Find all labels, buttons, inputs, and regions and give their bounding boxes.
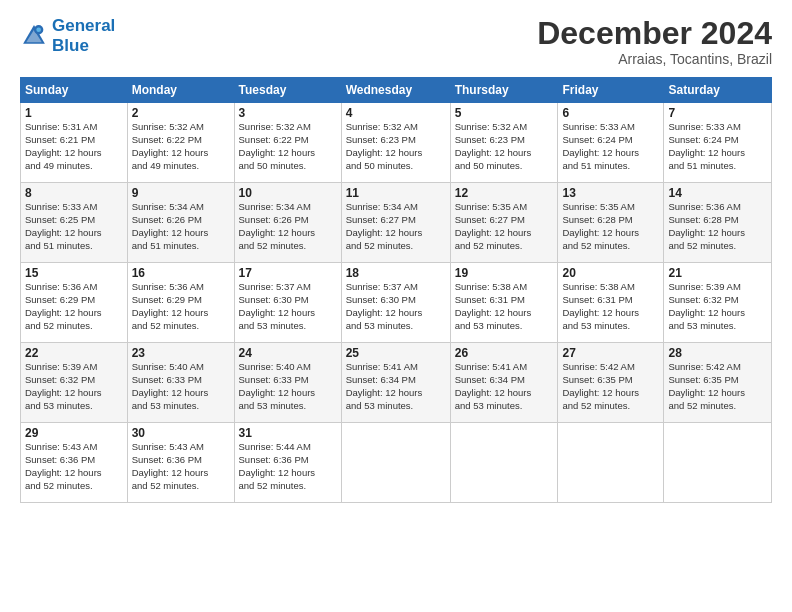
day-number: 16	[132, 266, 230, 280]
day-info: Sunrise: 5:35 AMSunset: 6:28 PMDaylight:…	[562, 201, 659, 252]
logo-icon	[20, 22, 48, 50]
day-number: 23	[132, 346, 230, 360]
day-number: 13	[562, 186, 659, 200]
calendar-cell: 4Sunrise: 5:32 AMSunset: 6:23 PMDaylight…	[341, 103, 450, 183]
day-info: Sunrise: 5:32 AMSunset: 6:22 PMDaylight:…	[239, 121, 337, 172]
calendar-cell: 20Sunrise: 5:38 AMSunset: 6:31 PMDayligh…	[558, 263, 664, 343]
day-of-week-header: Tuesday	[234, 78, 341, 103]
day-number: 17	[239, 266, 337, 280]
title-block: December 2024 Arraias, Tocantins, Brazil	[537, 16, 772, 67]
calendar-cell: 13Sunrise: 5:35 AMSunset: 6:28 PMDayligh…	[558, 183, 664, 263]
logo: General Blue	[20, 16, 115, 55]
calendar-cell	[664, 423, 772, 503]
calendar-cell: 12Sunrise: 5:35 AMSunset: 6:27 PMDayligh…	[450, 183, 558, 263]
day-number: 3	[239, 106, 337, 120]
calendar-cell: 2Sunrise: 5:32 AMSunset: 6:22 PMDaylight…	[127, 103, 234, 183]
day-info: Sunrise: 5:43 AMSunset: 6:36 PMDaylight:…	[25, 441, 123, 492]
calendar-cell: 26Sunrise: 5:41 AMSunset: 6:34 PMDayligh…	[450, 343, 558, 423]
day-info: Sunrise: 5:33 AMSunset: 6:24 PMDaylight:…	[562, 121, 659, 172]
day-info: Sunrise: 5:41 AMSunset: 6:34 PMDaylight:…	[346, 361, 446, 412]
day-number: 22	[25, 346, 123, 360]
calendar-cell	[341, 423, 450, 503]
calendar-cell: 10Sunrise: 5:34 AMSunset: 6:26 PMDayligh…	[234, 183, 341, 263]
day-number: 8	[25, 186, 123, 200]
day-number: 24	[239, 346, 337, 360]
calendar-cell: 5Sunrise: 5:32 AMSunset: 6:23 PMDaylight…	[450, 103, 558, 183]
day-number: 21	[668, 266, 767, 280]
day-number: 11	[346, 186, 446, 200]
calendar-cell: 14Sunrise: 5:36 AMSunset: 6:28 PMDayligh…	[664, 183, 772, 263]
day-info: Sunrise: 5:39 AMSunset: 6:32 PMDaylight:…	[668, 281, 767, 332]
day-number: 19	[455, 266, 554, 280]
calendar-cell: 6Sunrise: 5:33 AMSunset: 6:24 PMDaylight…	[558, 103, 664, 183]
day-of-week-header: Sunday	[21, 78, 128, 103]
day-number: 4	[346, 106, 446, 120]
day-info: Sunrise: 5:38 AMSunset: 6:31 PMDaylight:…	[562, 281, 659, 332]
calendar-cell: 17Sunrise: 5:37 AMSunset: 6:30 PMDayligh…	[234, 263, 341, 343]
day-of-week-header: Friday	[558, 78, 664, 103]
day-info: Sunrise: 5:40 AMSunset: 6:33 PMDaylight:…	[132, 361, 230, 412]
day-of-week-header: Saturday	[664, 78, 772, 103]
day-number: 15	[25, 266, 123, 280]
day-info: Sunrise: 5:34 AMSunset: 6:26 PMDaylight:…	[239, 201, 337, 252]
day-info: Sunrise: 5:34 AMSunset: 6:26 PMDaylight:…	[132, 201, 230, 252]
day-number: 9	[132, 186, 230, 200]
day-info: Sunrise: 5:44 AMSunset: 6:36 PMDaylight:…	[239, 441, 337, 492]
day-info: Sunrise: 5:36 AMSunset: 6:29 PMDaylight:…	[132, 281, 230, 332]
day-number: 5	[455, 106, 554, 120]
day-info: Sunrise: 5:38 AMSunset: 6:31 PMDaylight:…	[455, 281, 554, 332]
calendar-cell: 28Sunrise: 5:42 AMSunset: 6:35 PMDayligh…	[664, 343, 772, 423]
day-info: Sunrise: 5:36 AMSunset: 6:29 PMDaylight:…	[25, 281, 123, 332]
day-info: Sunrise: 5:36 AMSunset: 6:28 PMDaylight:…	[668, 201, 767, 252]
calendar-cell: 16Sunrise: 5:36 AMSunset: 6:29 PMDayligh…	[127, 263, 234, 343]
day-number: 29	[25, 426, 123, 440]
day-info: Sunrise: 5:42 AMSunset: 6:35 PMDaylight:…	[668, 361, 767, 412]
day-number: 12	[455, 186, 554, 200]
day-number: 10	[239, 186, 337, 200]
day-number: 25	[346, 346, 446, 360]
day-number: 2	[132, 106, 230, 120]
day-number: 30	[132, 426, 230, 440]
day-info: Sunrise: 5:42 AMSunset: 6:35 PMDaylight:…	[562, 361, 659, 412]
day-number: 20	[562, 266, 659, 280]
day-of-week-header: Monday	[127, 78, 234, 103]
calendar-cell: 1Sunrise: 5:31 AMSunset: 6:21 PMDaylight…	[21, 103, 128, 183]
calendar-cell: 11Sunrise: 5:34 AMSunset: 6:27 PMDayligh…	[341, 183, 450, 263]
day-number: 28	[668, 346, 767, 360]
calendar-cell: 18Sunrise: 5:37 AMSunset: 6:30 PMDayligh…	[341, 263, 450, 343]
calendar-cell	[450, 423, 558, 503]
day-number: 6	[562, 106, 659, 120]
day-info: Sunrise: 5:39 AMSunset: 6:32 PMDaylight:…	[25, 361, 123, 412]
day-number: 26	[455, 346, 554, 360]
calendar-cell: 3Sunrise: 5:32 AMSunset: 6:22 PMDaylight…	[234, 103, 341, 183]
header: General Blue December 2024 Arraias, Toca…	[20, 16, 772, 67]
day-of-week-header: Thursday	[450, 78, 558, 103]
calendar-cell: 27Sunrise: 5:42 AMSunset: 6:35 PMDayligh…	[558, 343, 664, 423]
calendar-cell: 21Sunrise: 5:39 AMSunset: 6:32 PMDayligh…	[664, 263, 772, 343]
month-title: December 2024	[537, 16, 772, 51]
day-of-week-header: Wednesday	[341, 78, 450, 103]
calendar-cell: 19Sunrise: 5:38 AMSunset: 6:31 PMDayligh…	[450, 263, 558, 343]
calendar-cell: 31Sunrise: 5:44 AMSunset: 6:36 PMDayligh…	[234, 423, 341, 503]
day-info: Sunrise: 5:37 AMSunset: 6:30 PMDaylight:…	[239, 281, 337, 332]
day-number: 31	[239, 426, 337, 440]
day-info: Sunrise: 5:34 AMSunset: 6:27 PMDaylight:…	[346, 201, 446, 252]
calendar-cell: 22Sunrise: 5:39 AMSunset: 6:32 PMDayligh…	[21, 343, 128, 423]
day-info: Sunrise: 5:33 AMSunset: 6:24 PMDaylight:…	[668, 121, 767, 172]
calendar-table: SundayMondayTuesdayWednesdayThursdayFrid…	[20, 77, 772, 503]
day-number: 27	[562, 346, 659, 360]
logo-text: General Blue	[52, 16, 115, 55]
day-info: Sunrise: 5:37 AMSunset: 6:30 PMDaylight:…	[346, 281, 446, 332]
calendar-cell: 8Sunrise: 5:33 AMSunset: 6:25 PMDaylight…	[21, 183, 128, 263]
day-number: 18	[346, 266, 446, 280]
day-info: Sunrise: 5:40 AMSunset: 6:33 PMDaylight:…	[239, 361, 337, 412]
calendar-cell: 24Sunrise: 5:40 AMSunset: 6:33 PMDayligh…	[234, 343, 341, 423]
day-info: Sunrise: 5:41 AMSunset: 6:34 PMDaylight:…	[455, 361, 554, 412]
calendar-cell: 9Sunrise: 5:34 AMSunset: 6:26 PMDaylight…	[127, 183, 234, 263]
day-number: 1	[25, 106, 123, 120]
day-info: Sunrise: 5:43 AMSunset: 6:36 PMDaylight:…	[132, 441, 230, 492]
calendar-cell: 15Sunrise: 5:36 AMSunset: 6:29 PMDayligh…	[21, 263, 128, 343]
day-info: Sunrise: 5:32 AMSunset: 6:23 PMDaylight:…	[346, 121, 446, 172]
calendar-cell: 23Sunrise: 5:40 AMSunset: 6:33 PMDayligh…	[127, 343, 234, 423]
page-container: General Blue December 2024 Arraias, Toca…	[0, 0, 792, 513]
